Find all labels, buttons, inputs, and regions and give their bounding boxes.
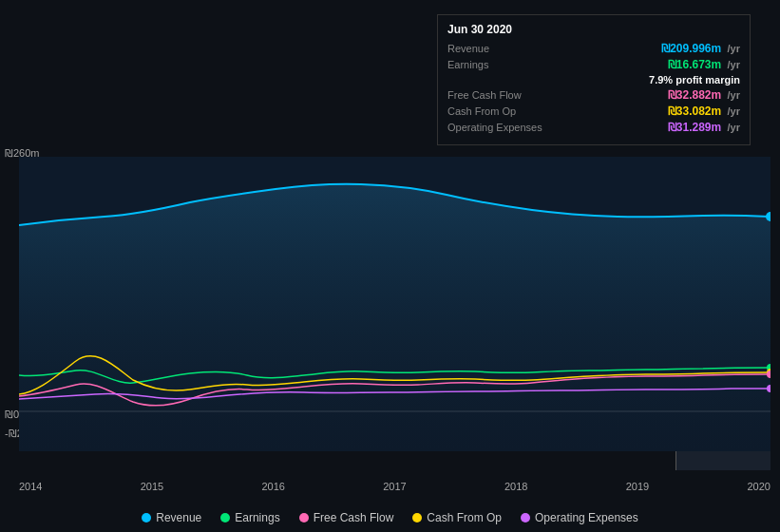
tooltip-row-margin: 7.9% profit margin (447, 74, 740, 86)
tooltip-row-opex: Operating Expenses ₪31.289m /yr (447, 121, 740, 134)
tooltip-row-revenue: Revenue ₪209.996m /yr (447, 42, 740, 55)
tooltip-value-opex: ₪31.289m /yr (668, 121, 740, 134)
tooltip-row-earnings: Earnings ₪16.673m /yr (447, 58, 740, 71)
legend-item-cashop[interactable]: Cash From Op (412, 511, 502, 524)
legend: Revenue Earnings Free Cash Flow Cash Fro… (0, 511, 780, 524)
tooltip-profit-margin: 7.9% profit margin (649, 74, 740, 86)
legend-label-opex: Operating Expenses (535, 511, 638, 524)
x-label-2018: 2018 (504, 481, 527, 492)
legend-label-cashop: Cash From Op (427, 511, 502, 524)
tooltip-label-opex: Operating Expenses (447, 122, 552, 133)
legend-dot-earnings (220, 513, 230, 522)
tooltip: Jun 30 2020 Revenue ₪209.996m /yr Earnin… (437, 14, 751, 145)
legend-label-fcf: Free Cash Flow (314, 511, 394, 524)
legend-dot-cashop (412, 513, 422, 522)
legend-item-opex[interactable]: Operating Expenses (521, 511, 638, 524)
legend-dot-opex (521, 513, 530, 522)
x-label-2016: 2016 (262, 481, 285, 492)
legend-dot-fcf (299, 513, 309, 522)
tooltip-label-revenue: Revenue (447, 43, 552, 54)
x-label-2017: 2017 (383, 481, 406, 492)
x-label-2015: 2015 (141, 481, 163, 492)
x-axis-labels: 2014 2015 2016 2017 2018 2019 2020 (19, 481, 770, 492)
chart-svg (19, 157, 770, 451)
legend-item-revenue[interactable]: Revenue (142, 511, 201, 524)
tooltip-label-cashop: Cash From Op (447, 105, 552, 117)
tooltip-label-earnings: Earnings (447, 59, 552, 70)
tooltip-value-fcf: ₪32.882m /yr (668, 88, 740, 102)
x-label-2014: 2014 (19, 481, 42, 492)
legend-label-earnings: Earnings (235, 511, 279, 524)
tooltip-row-cashop: Cash From Op ₪33.082m /yr (447, 104, 740, 118)
tooltip-value-revenue: ₪209.996m /yr (661, 42, 740, 55)
legend-label-revenue: Revenue (156, 511, 201, 524)
legend-item-earnings[interactable]: Earnings (220, 511, 279, 524)
legend-dot-revenue (142, 513, 151, 522)
chart-container: Jun 30 2020 Revenue ₪209.996m /yr Earnin… (0, 0, 780, 532)
x-label-2019: 2019 (626, 481, 649, 492)
tooltip-row-fcf: Free Cash Flow ₪32.882m /yr (447, 88, 740, 102)
tooltip-value-earnings: ₪16.673m /yr (668, 58, 740, 71)
y-axis-label-0: ₪0 (5, 408, 19, 421)
x-label-2020: 2020 (748, 481, 770, 492)
tooltip-title: Jun 30 2020 (447, 23, 740, 36)
tooltip-value-cashop: ₪33.082m /yr (668, 104, 740, 118)
legend-item-fcf[interactable]: Free Cash Flow (299, 511, 394, 524)
tooltip-label-fcf: Free Cash Flow (447, 89, 552, 101)
